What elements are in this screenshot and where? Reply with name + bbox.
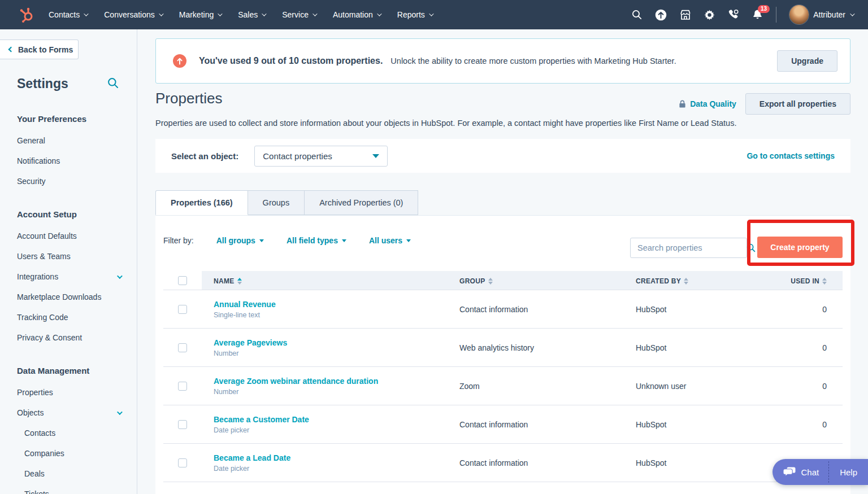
sidebar-title: Settings [17, 76, 68, 91]
nav-automation[interactable]: Automation [333, 10, 380, 19]
select-all-checkbox[interactable] [178, 276, 187, 285]
settings-search-icon[interactable] [107, 77, 119, 91]
property-used-in: 0 [771, 305, 843, 314]
settings-gear-icon[interactable] [704, 10, 715, 20]
object-selector-card: Select an object: Contact properties Go … [155, 139, 850, 173]
column-header-group[interactable]: GROUP [459, 277, 493, 285]
sidebar-item-contacts[interactable]: Contacts [17, 427, 121, 439]
sidebar-item-tracking-code[interactable]: Tracking Code [17, 312, 121, 323]
chevron-down-icon [850, 11, 854, 16]
chat-label: Chat [801, 467, 819, 477]
chevron-down-icon [262, 11, 266, 16]
column-header-created-by[interactable]: CREATED BY [636, 277, 688, 285]
upgrade-button[interactable]: Upgrade [777, 50, 837, 72]
chat-button[interactable]: Chat [772, 459, 828, 485]
user-name: Attributer [813, 10, 845, 19]
object-select-dropdown[interactable]: Contact properties [254, 146, 388, 167]
select-object-label: Select an object: [171, 151, 238, 161]
property-name-link[interactable]: Average Pageviews [214, 338, 459, 347]
sidebar-item-properties[interactable]: Properties [17, 387, 121, 398]
property-created-by: HubSpot [636, 420, 771, 429]
sidebar-item-objects[interactable]: Objects [17, 407, 121, 418]
all-groups-filter[interactable]: All groups [216, 236, 264, 245]
search-properties-input[interactable] [631, 243, 747, 252]
notification-count-badge: 13 [758, 5, 770, 13]
help-button[interactable]: Help [829, 459, 868, 485]
sidebar-item-privacy-consent[interactable]: Privacy & Consent [17, 332, 121, 343]
sidebar-item-account-defaults[interactable]: Account Defaults [17, 230, 121, 242]
nav-utilities: 13 Attributer [632, 5, 868, 24]
calling-icon[interactable] [728, 9, 739, 20]
nav-marketing[interactable]: Marketing [179, 10, 221, 19]
nav-contacts-label: Contacts [49, 10, 80, 19]
chevron-down-icon [117, 409, 123, 415]
chevron-down-icon [429, 11, 433, 16]
section-your-preferences: Your Preferences General Notifications S… [0, 114, 137, 187]
nav-contacts[interactable]: Contacts [49, 10, 87, 19]
table-row: Average Zoom webinar attendance duration… [163, 367, 843, 405]
account-menu[interactable]: Attributer [789, 5, 853, 24]
sidebar-item-general[interactable]: General [17, 135, 121, 146]
filter-bar: Filter by: All groups All field types Al… [163, 236, 411, 245]
back-to-forms-button[interactable]: Back to Forms [0, 40, 79, 59]
caret-down-icon [259, 239, 264, 242]
chevron-down-icon [159, 11, 163, 16]
caret-down-icon [342, 239, 346, 242]
row-checkbox[interactable] [178, 343, 187, 352]
nav-divider [776, 7, 776, 23]
chevron-down-icon [117, 273, 123, 279]
property-name-link[interactable]: Average Zoom webinar attendance duration [214, 377, 459, 386]
upgrade-arrow-circle-icon[interactable] [655, 9, 667, 21]
column-header-used-in[interactable]: USED IN [791, 277, 827, 285]
sidebar-item-security[interactable]: Security [17, 176, 121, 187]
notifications-bell-icon[interactable]: 13 [752, 9, 763, 20]
data-quality-link[interactable]: Data Quality [679, 99, 736, 108]
table-row: Average PageviewsNumber Web analytics hi… [163, 329, 843, 367]
nav-sales[interactable]: Sales [238, 10, 265, 19]
tab-groups[interactable]: Groups [248, 190, 305, 215]
search-icon[interactable] [632, 10, 642, 20]
sort-icon [822, 278, 827, 285]
all-users-filter[interactable]: All users [369, 236, 411, 245]
marketplace-icon[interactable] [680, 10, 691, 20]
export-all-properties-button[interactable]: Export all properties [745, 93, 850, 115]
property-name-link[interactable]: Annual Revenue [214, 300, 459, 309]
nav-service[interactable]: Service [282, 10, 316, 19]
sidebar-item-marketplace-downloads[interactable]: Marketplace Downloads [17, 291, 121, 303]
nav-service-label: Service [282, 10, 309, 19]
caret-down-icon [372, 154, 379, 158]
sidebar-item-tickets[interactable]: Tickets [17, 488, 121, 494]
property-name-link[interactable]: Became a Customer Date [214, 415, 459, 424]
lock-icon [679, 100, 686, 108]
sidebar-item-deals[interactable]: Deals [17, 468, 121, 479]
row-checkbox[interactable] [178, 458, 187, 467]
nav-sales-label: Sales [238, 10, 258, 19]
chevron-down-icon [377, 11, 381, 16]
hubspot-logo[interactable] [19, 7, 34, 23]
all-field-types-filter[interactable]: All field types [287, 236, 346, 245]
property-created-by: HubSpot [636, 305, 771, 314]
sidebar-item-users-teams[interactable]: Users & Teams [17, 251, 121, 262]
sidebar-item-notifications[interactable]: Notifications [17, 155, 121, 167]
sidebar-item-integrations[interactable]: Integrations [17, 271, 121, 282]
nav-automation-label: Automation [333, 10, 373, 19]
row-checkbox[interactable] [178, 420, 187, 429]
sidebar-item-companies[interactable]: Companies [17, 448, 121, 459]
chevron-down-icon [218, 11, 222, 16]
caret-down-icon [406, 239, 411, 242]
tab-properties[interactable]: Properties (166) [155, 190, 248, 215]
property-name-link[interactable]: Became a Lead Date [214, 453, 459, 462]
sort-icon [684, 278, 688, 285]
nav-conversations[interactable]: Conversations [104, 10, 162, 19]
nav-reports[interactable]: Reports [397, 10, 432, 19]
go-to-contacts-settings-link[interactable]: Go to contacts settings [747, 151, 835, 160]
row-checkbox[interactable] [178, 382, 187, 391]
create-property-button[interactable]: Create property [757, 237, 843, 258]
section-data-management: Data Management Properties Objects Conta… [0, 366, 137, 494]
banner-text: Unlock the ability to create more custom… [390, 56, 676, 65]
row-checkbox[interactable] [178, 305, 187, 314]
page-header: Properties Data Quality Export all prope… [155, 90, 850, 115]
tab-archived-properties[interactable]: Archived Properties (0) [305, 190, 418, 215]
column-header-name[interactable]: NAME [214, 277, 242, 285]
nav-conversations-label: Conversations [104, 10, 155, 19]
